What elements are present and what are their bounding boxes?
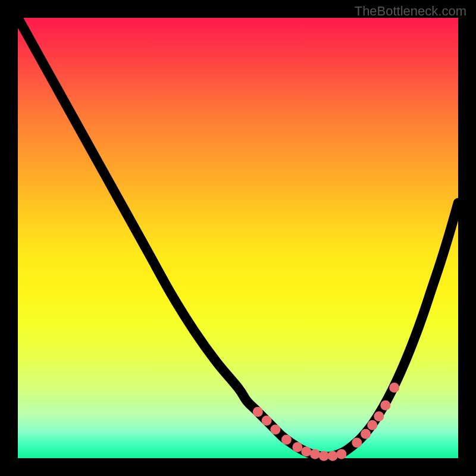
curve-marker [380, 400, 390, 411]
attribution-text: TheBottleneck.com [355, 4, 466, 19]
curve-marker [336, 449, 346, 459]
curve-marker [352, 438, 362, 448]
curve-marker [310, 449, 320, 459]
curve-marker [281, 434, 292, 444]
curve-marker [319, 451, 329, 461]
curve-marker [301, 446, 311, 456]
curve-marker [253, 407, 263, 417]
curve-marker [389, 383, 399, 393]
curve-marker [367, 420, 377, 430]
curve-marker [361, 429, 371, 439]
curve-marker [262, 416, 272, 426]
curve-marker [292, 442, 302, 452]
chart-svg [18, 18, 458, 458]
curve-marker [270, 424, 280, 434]
curve-marker [374, 411, 384, 421]
curve-marker [328, 451, 338, 461]
